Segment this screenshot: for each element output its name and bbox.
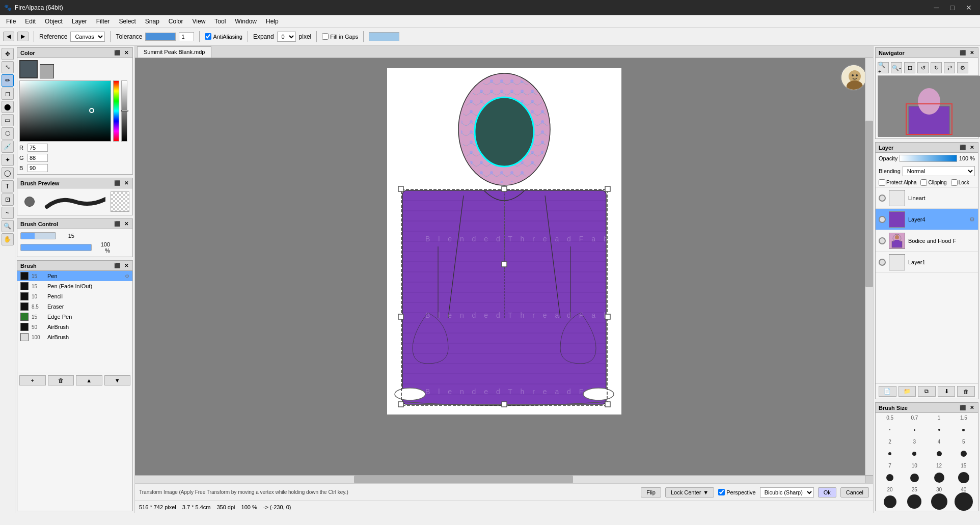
- tool-crop[interactable]: ⊡: [2, 194, 14, 206]
- tool-select-lasso[interactable]: ⬡: [2, 127, 14, 140]
- close-button[interactable]: ✕: [962, 3, 976, 13]
- tool-eyedropper[interactable]: 💉: [2, 141, 14, 153]
- tool-fill[interactable]: ⬤: [2, 101, 14, 113]
- bsize-dot-3[interactable]: [903, 447, 925, 461]
- toolbar-back-btn[interactable]: ◀: [3, 32, 14, 41]
- lock-center-button[interactable]: Lock Center ▼: [665, 487, 714, 498]
- menu-color[interactable]: Color: [165, 17, 187, 26]
- canvas-scroll-area[interactable]: B l e n d e d T h r e a d F a b r i c s …: [135, 58, 873, 483]
- perspective-check[interactable]: Perspective: [718, 489, 755, 495]
- nav-settings[interactable]: ⚙: [957, 62, 968, 73]
- menu-select[interactable]: Select: [115, 17, 140, 26]
- tool-zoom[interactable]: 🔍: [2, 220, 14, 232]
- tool-move[interactable]: ✥: [2, 48, 14, 60]
- brush-item-airbrush-50[interactable]: 50 AirBrush: [17, 322, 132, 332]
- tool-eraser[interactable]: ◻: [2, 88, 14, 100]
- nav-flip-h[interactable]: ⇄: [944, 62, 955, 73]
- bsize-dot-10[interactable]: [903, 471, 925, 485]
- clipping-label[interactable]: Clipping: [920, 179, 946, 186]
- tool-select-rect[interactable]: ▭: [2, 114, 14, 126]
- tool-magic-wand[interactable]: ✦: [2, 154, 14, 166]
- brush-delete-btn[interactable]: 🗑: [48, 375, 74, 385]
- bsize-dot-5[interactable]: [952, 447, 975, 461]
- brush-item-eraser[interactable]: 8.5 Eraser: [17, 301, 132, 312]
- lock-checkbox[interactable]: [951, 179, 958, 186]
- brush-scroll-up[interactable]: ▲: [76, 375, 102, 385]
- opacity-slider[interactable]: [900, 155, 957, 162]
- layer-visibility-lineart[interactable]: [879, 195, 886, 202]
- ok-button[interactable]: Ok: [818, 487, 836, 498]
- layer-panel-close[interactable]: ✕: [969, 145, 975, 150]
- brush-list-close[interactable]: ✕: [123, 263, 129, 268]
- menu-edit[interactable]: Edit: [21, 17, 40, 26]
- menu-file[interactable]: File: [2, 17, 20, 26]
- protect-alpha-checkbox[interactable]: [879, 179, 885, 186]
- canvas-type-select[interactable]: Canvas: [70, 32, 105, 42]
- cancel-button[interactable]: Cancel: [840, 487, 869, 498]
- menu-layer[interactable]: Layer: [68, 17, 91, 26]
- tool-hand[interactable]: ✋: [2, 233, 14, 245]
- layer-visibility-bodice[interactable]: [879, 237, 886, 244]
- flip-button[interactable]: Flip: [641, 487, 661, 498]
- layer4-gear[interactable]: ⚙: [969, 216, 975, 223]
- maximize-button[interactable]: □: [946, 3, 959, 13]
- brush-preview-close[interactable]: ✕: [123, 180, 129, 186]
- value-slider[interactable]: [121, 80, 127, 142]
- antialias-check[interactable]: AntiAliasing: [205, 33, 242, 40]
- bsize-dot-20[interactable]: [879, 494, 901, 509]
- protect-alpha-label[interactable]: Protect Alpha: [879, 179, 916, 186]
- background-color-swatch[interactable]: [40, 64, 54, 78]
- bsize-dot-1[interactable]: [928, 423, 950, 437]
- layer-panel-expand[interactable]: ⬛: [959, 145, 967, 150]
- brush-scroll-down[interactable]: ▼: [104, 375, 131, 385]
- nav-zoom-out[interactable]: 🔍-: [891, 62, 902, 73]
- foreground-color-swatch[interactable]: [19, 60, 38, 78]
- h-scrollbar-thumb[interactable]: [354, 476, 573, 483]
- fill-gaps-checkbox[interactable]: [322, 33, 329, 40]
- tolerance-bar[interactable]: [145, 33, 176, 41]
- h-scrollbar[interactable]: [135, 475, 865, 483]
- perspective-checkbox[interactable]: [718, 489, 725, 495]
- layer-merge-btn[interactable]: ⬇: [938, 386, 956, 397]
- canvas-tab-file[interactable]: Summit Peak Blank.mdp: [137, 46, 211, 58]
- layer-visibility-layer1[interactable]: [879, 259, 886, 266]
- rgb-g-input[interactable]: [28, 154, 48, 162]
- rgb-r-input[interactable]: [28, 144, 48, 152]
- hue-slider[interactable]: [113, 80, 119, 142]
- color-panel-close[interactable]: ✕: [123, 50, 129, 56]
- minimize-button[interactable]: ─: [930, 3, 943, 13]
- interpolation-select[interactable]: Bicubic (Sharp): [760, 487, 814, 498]
- layer-delete-btn[interactable]: 🗑: [957, 386, 975, 397]
- color-gradient-picker[interactable]: [19, 80, 111, 142]
- brush-size-slider[interactable]: [20, 232, 56, 239]
- tool-smudge[interactable]: ~: [2, 207, 14, 219]
- blending-select[interactable]: Normal: [903, 166, 975, 176]
- brush-size-expand[interactable]: ⬛: [959, 405, 967, 410]
- tool-brush[interactable]: ✏: [2, 74, 14, 87]
- brush-item-pen-fade[interactable]: 15 Pen (Fade In/Out): [17, 281, 132, 291]
- brush-preview-expand[interactable]: ⬛: [113, 180, 121, 186]
- layer-duplicate-btn[interactable]: ⧉: [918, 386, 936, 397]
- menu-view[interactable]: View: [188, 17, 210, 26]
- bsize-dot-2[interactable]: [879, 447, 901, 461]
- rgb-b-input[interactable]: [28, 164, 48, 172]
- bsize-dot-15[interactable]: [952, 423, 975, 437]
- tool-transform[interactable]: ⤡: [2, 61, 14, 73]
- layer-folder-btn[interactable]: 📁: [899, 386, 916, 397]
- bsize-dot-15b[interactable]: [952, 471, 975, 485]
- nav-zoom-fit[interactable]: ⊡: [904, 62, 915, 73]
- brush-list-expand[interactable]: ⬛: [113, 263, 121, 268]
- menu-object[interactable]: Object: [41, 17, 67, 26]
- menu-window[interactable]: Window: [231, 17, 261, 26]
- layer-item-layer1[interactable]: Layer1: [876, 252, 978, 273]
- brush-opacity-slider[interactable]: [20, 244, 92, 251]
- brush-item-edge-pen[interactable]: 15 Edge Pen: [17, 312, 132, 322]
- lock-label[interactable]: Lock: [951, 179, 969, 186]
- menu-snap[interactable]: Snap: [141, 17, 164, 26]
- layer-item-bodice[interactable]: Bodice and Hood F: [876, 230, 978, 252]
- nav-rotate-cw[interactable]: ↻: [931, 62, 942, 73]
- navigator-expand[interactable]: ⬛: [959, 50, 967, 56]
- nav-rotate-ccw[interactable]: ↺: [917, 62, 929, 73]
- clipping-checkbox[interactable]: [920, 179, 927, 186]
- expand-select[interactable]: 0: [277, 32, 296, 42]
